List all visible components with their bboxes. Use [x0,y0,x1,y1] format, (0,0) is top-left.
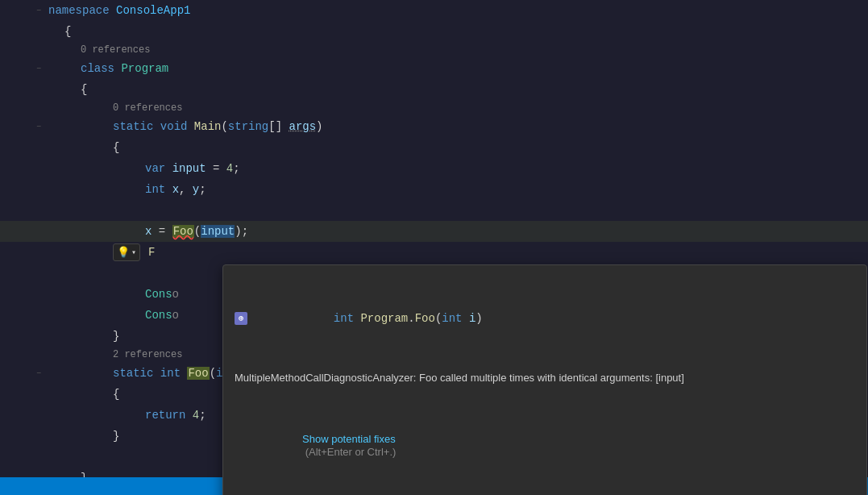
tooltip-link-row: Show potential fixes (Alt+Enter or Ctrl+… [235,420,855,472]
line-content-2: { [45,25,868,38]
keyword-class: class [81,62,114,75]
keyword-void: void [160,120,188,133]
console-class1: Cons [145,288,172,301]
line-content-classopen: { [45,83,868,96]
keyword-string: string [228,120,268,133]
brace-open: { [64,25,71,38]
ref-count-main: 0 references [113,102,182,114]
line-content-xfoo: x = Foo(input); [45,225,868,238]
namespace-name: ConsoleApp1 [116,4,190,17]
line-content-class: class Program [45,62,868,75]
ref-count-foo: 2 references [113,349,182,360]
sig-kw-int: int [334,312,354,325]
code-line-2: { [0,21,868,42]
line-content-varinput: var input = 4; [45,162,868,175]
call-param-input: input [201,225,235,238]
line-content-lb: 💡 ▾ F ⊕ int Program.Foo(int i) MultipleM… [45,243,868,261]
code-line-classopen: { [0,79,868,100]
method-icon-letter: ⊕ [239,314,243,323]
ref-count-class: 0 references [81,44,150,56]
main-brace-open: { [113,141,119,154]
code-line-1: − namespace ConsoleApp1 [0,0,868,21]
method-foo-call: Foo [172,225,194,238]
line-content-mainopen: { [45,141,868,154]
keyword-static2: static [113,367,153,380]
param-args: args [289,120,317,133]
show-fixes-link[interactable]: Show potential fixes [302,433,396,445]
line-content-intxy: int x, y; [45,183,868,196]
keyword-int2: int [160,367,181,380]
code-line-class: − class Program [0,58,868,79]
keyword-return: return [145,409,185,422]
code-line-lightbulb: 💡 ▾ F ⊕ int Program.Foo(int i) MultipleM… [0,242,868,263]
num-4: 4 [226,162,233,175]
var-x: x [172,183,179,196]
method-main: Main [194,120,222,133]
line-content-ref2: 0 references [45,102,868,114]
tooltip-signature-row: ⊕ int Program.Foo(int i) [235,299,855,338]
code-line-intxy: int x, y; [0,179,868,200]
line-content-1: namespace ConsoleApp1 [45,4,868,17]
line-content-ref1: 0 references [45,44,868,56]
line-content-main: static void Main(string[] args) [45,120,868,133]
code-editor: − namespace ConsoleApp1 { 0 references −… [0,0,868,495]
tooltip-signature-text: int Program.Foo(int i) [252,299,483,338]
console-truncated1: o [172,288,179,301]
tooltip-description: MultipleMethodCallDiagnosticAnalyzer: Fo… [235,370,855,386]
console-class2: Cons [145,309,172,322]
sig-method-foo: Foo [415,312,435,325]
keyword-namespace: namespace [48,4,110,17]
code-line-blank1 [0,200,868,221]
var-x2: x [145,225,152,238]
num-4-return: 4 [193,409,199,422]
method-icon: ⊕ [235,312,247,325]
sig-class-foo: Program [360,312,408,325]
sig-param-kw: int [442,312,462,325]
method-foo-def: Foo [187,367,209,380]
foo-brace-open: { [113,388,119,401]
code-line-main: − static void Main(string[] args) [0,116,868,137]
fold-btn-main[interactable]: − [32,123,45,131]
foo-call-squiggle: Foo [172,225,194,238]
ref-hint-line-main: 0 references [0,100,868,116]
fold-btn-foosig[interactable]: − [32,369,45,378]
var-input: input [172,162,206,175]
fold-btn-class[interactable]: − [32,64,45,73]
code-line-xfoo: x = Foo(input); [0,221,868,242]
foo-brace-close: } [113,430,119,443]
line-content-blank1 [45,204,868,217]
console-truncated2: o [172,309,179,322]
code-line-varinput: var input = 4; [0,158,868,179]
tooltip-popup: ⊕ int Program.Foo(int i) MultipleMethodC… [222,264,867,495]
keyword-var: var [145,162,165,175]
shortcut-hint: (Alt+Enter or Ctrl+.) [302,446,396,458]
var-y: y [193,183,199,196]
ref-hint-line-class: 0 references [0,42,868,58]
bulb-icon: 💡 [117,246,130,259]
lightbulb-button[interactable]: 💡 ▾ [113,243,140,261]
code-line-mainopen: { [0,137,868,158]
class-name-program: Program [121,62,168,75]
lightbulb-dropdown-icon: ▾ [131,248,136,257]
class-brace-open: { [81,83,87,96]
foo-call-second: F [148,246,155,259]
keyword-int1: int [145,183,165,196]
main-brace-close: } [113,330,119,343]
fold-btn-1[interactable]: − [32,6,45,15]
keyword-static1: static [113,120,153,133]
